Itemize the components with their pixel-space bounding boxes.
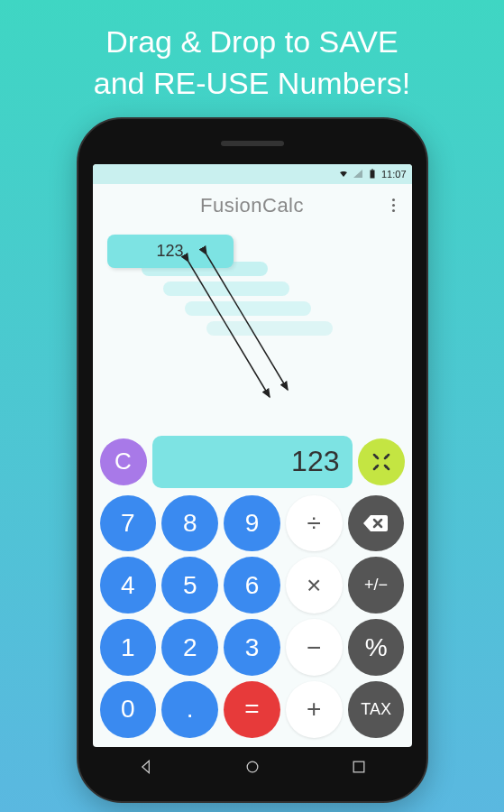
nav-home-icon[interactable] bbox=[243, 758, 261, 776]
wifi-icon bbox=[338, 169, 349, 180]
svg-rect-0 bbox=[370, 170, 374, 178]
collapse-icon bbox=[371, 451, 392, 473]
nav-back-icon[interactable] bbox=[137, 758, 155, 776]
memo-area[interactable]: 123 bbox=[98, 227, 407, 432]
promo-text: Drag & Drop to SAVE and RE-USE Numbers! bbox=[0, 0, 504, 117]
key-tax[interactable]: TAX bbox=[348, 681, 405, 738]
android-nav-bar bbox=[93, 749, 412, 785]
key-dot[interactable]: . bbox=[161, 681, 218, 738]
svg-point-4 bbox=[247, 761, 258, 772]
key-minus[interactable]: − bbox=[286, 619, 343, 676]
key-3[interactable]: 3 bbox=[224, 619, 280, 676]
display-row: C 123 bbox=[93, 432, 412, 494]
promo-line-1: Drag & Drop to SAVE bbox=[18, 22, 486, 63]
nav-recent-icon[interactable] bbox=[350, 758, 368, 776]
battery-icon bbox=[367, 169, 378, 180]
svg-rect-5 bbox=[353, 761, 364, 772]
key-1[interactable]: 1 bbox=[100, 619, 157, 676]
memo-ghost bbox=[142, 262, 268, 276]
key-divide[interactable]: ÷ bbox=[286, 495, 343, 552]
key-2[interactable]: 2 bbox=[161, 619, 218, 676]
collapse-button[interactable] bbox=[358, 438, 405, 485]
status-bar: 11:07 bbox=[93, 164, 412, 184]
key-9[interactable]: 9 bbox=[224, 495, 280, 552]
key-equals[interactable]: = bbox=[224, 681, 280, 738]
calc-display[interactable]: 123 bbox=[152, 436, 353, 488]
key-0[interactable]: 0 bbox=[100, 681, 157, 738]
phone-frame: 11:07 FusionCalc 123 bbox=[77, 117, 428, 803]
key-plus[interactable]: + bbox=[286, 681, 343, 738]
clear-button[interactable]: C bbox=[100, 438, 147, 485]
svg-rect-1 bbox=[371, 169, 373, 170]
app-screen: 11:07 FusionCalc 123 bbox=[93, 164, 412, 747]
phone-speaker bbox=[221, 141, 284, 146]
app-bar: FusionCalc bbox=[93, 184, 412, 227]
keypad: 7 8 9 ÷ 4 5 6 × +/− 1 2 3 − % 0 . = + TA… bbox=[93, 494, 412, 747]
memo-ghost bbox=[206, 321, 333, 336]
backspace-icon bbox=[362, 513, 389, 533]
memo-ghost bbox=[185, 301, 311, 316]
key-percent[interactable]: % bbox=[348, 619, 405, 676]
key-multiply[interactable]: × bbox=[286, 557, 343, 614]
overflow-menu-button[interactable] bbox=[385, 192, 403, 219]
app-title: FusionCalc bbox=[200, 194, 304, 217]
key-backspace[interactable] bbox=[348, 495, 405, 552]
signal-icon bbox=[353, 169, 363, 180]
key-5[interactable]: 5 bbox=[161, 557, 218, 614]
memo-ghost bbox=[163, 281, 289, 296]
key-6[interactable]: 6 bbox=[224, 557, 280, 614]
status-time: 11:07 bbox=[381, 169, 407, 180]
key-8[interactable]: 8 bbox=[161, 495, 218, 552]
promo-line-2: and RE-USE Numbers! bbox=[18, 63, 486, 105]
key-7[interactable]: 7 bbox=[100, 495, 157, 552]
key-4[interactable]: 4 bbox=[100, 557, 157, 614]
key-plusminus[interactable]: +/− bbox=[348, 557, 405, 614]
